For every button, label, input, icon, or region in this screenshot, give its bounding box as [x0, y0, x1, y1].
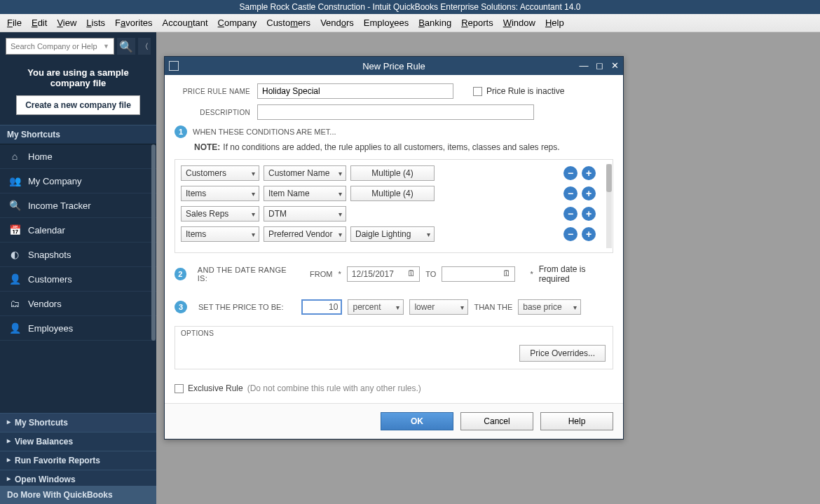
nav-calendar[interactable]: 📅Calendar	[0, 218, 156, 243]
section-run-reports[interactable]: ▸Run Favorite Reports	[0, 451, 156, 470]
help-button[interactable]: Help	[540, 412, 613, 430]
menu-vendors[interactable]: Vendors	[320, 18, 354, 28]
sample-file-notice: You are using a sample company file Crea…	[0, 60, 156, 125]
options-box: OPTIONS Price Overrides...	[175, 326, 613, 369]
add-condition-button[interactable]: +	[582, 166, 596, 180]
employees-icon: 👤	[8, 322, 21, 334]
menu-company[interactable]: Company	[218, 18, 257, 28]
create-company-button[interactable]: Create a new company file	[16, 95, 140, 115]
nav-snapshots[interactable]: ◐Snapshots	[0, 243, 156, 267]
conditions-note: NOTE:If no conditions are added, the rul…	[194, 142, 613, 152]
nav-customers[interactable]: 👤Customers	[0, 267, 156, 292]
calendar-icon[interactable]: 🗓	[406, 268, 417, 280]
remove-condition-button[interactable]: −	[563, 207, 578, 221]
chevron-left-icon: 〈	[141, 41, 149, 52]
nav-label: Snapshots	[28, 250, 71, 260]
scrollbar-thumb[interactable]	[606, 164, 612, 192]
price-overrides-button[interactable]: Price Overrides...	[519, 345, 606, 362]
price-rule-name-input[interactable]	[257, 83, 453, 99]
do-more-link[interactable]: Do More With QuickBooks	[0, 486, 156, 504]
exclusive-checkbox[interactable]	[175, 384, 184, 393]
left-panel: Search Company or Help ▼ 🔍 〈 You are usi…	[0, 32, 156, 504]
my-shortcuts-header: My Shortcuts	[0, 125, 156, 144]
cond-type-select[interactable]: Customers	[181, 165, 259, 181]
close-button[interactable]: ✕	[609, 60, 620, 71]
cond-field-select[interactable]: Customer Name	[264, 165, 346, 181]
menu-accountant[interactable]: Accountant	[163, 18, 208, 28]
cond-type-select[interactable]: Items	[181, 186, 259, 201]
section-label: Open Windows	[15, 475, 76, 484]
menu-employees[interactable]: Employees	[364, 18, 409, 28]
to-date-input[interactable]: 🗓	[442, 266, 515, 282]
dialog-button-row: OK Cancel Help	[165, 403, 623, 439]
nav-income-tracker[interactable]: 🔍Income Tracker	[0, 193, 156, 218]
cond-value-select[interactable]: Daigle Lighting	[350, 226, 435, 242]
menu-banking[interactable]: Banking	[418, 18, 451, 28]
calendar-icon[interactable]: 🗓	[501, 268, 512, 280]
search-button[interactable]: 🔍	[117, 38, 135, 55]
menu-window[interactable]: Window	[503, 18, 535, 28]
nav-my-company[interactable]: 👥My Company	[0, 169, 156, 193]
nav-label: Income Tracker	[28, 200, 91, 211]
from-date-input[interactable]: 12/15/2017 🗓	[347, 266, 421, 282]
cond-field-select[interactable]: Preferred Vendor	[264, 226, 346, 242]
search-input[interactable]: Search Company or Help ▼	[6, 38, 114, 55]
inactive-checkbox[interactable]	[473, 87, 482, 96]
add-condition-button[interactable]: +	[582, 186, 596, 200]
menu-lists[interactable]: Lists	[86, 18, 105, 28]
nav-employees[interactable]: 👤Employees	[0, 316, 156, 341]
from-date-value: 12/15/2017	[352, 269, 394, 279]
calendar-icon: 📅	[8, 224, 21, 236]
cond-value-button[interactable]: Multiple (4)	[350, 186, 435, 201]
arrow-icon: ▸	[7, 437, 11, 444]
nav-vendors[interactable]: 🗂Vendors	[0, 292, 156, 316]
cond-type-select[interactable]: Items	[181, 226, 259, 242]
cond-field-select[interactable]: Item Name	[264, 186, 346, 201]
step-3-label: SET THE PRICE TO BE:	[198, 303, 283, 311]
cond-field-select[interactable]: DTM	[264, 206, 346, 222]
menu-reports[interactable]: Reports	[461, 18, 493, 28]
cond-type-select[interactable]: Sales Reps	[181, 206, 259, 222]
home-icon: ⌂	[8, 151, 21, 162]
ok-button[interactable]: OK	[381, 412, 453, 430]
section-my-shortcuts[interactable]: ▸My Shortcuts	[0, 413, 156, 432]
remove-condition-button[interactable]: −	[563, 227, 578, 241]
menu-file[interactable]: File	[7, 18, 22, 28]
dialog-titlebar[interactable]: New Price Rule — ◻ ✕	[165, 57, 623, 75]
price-base-select[interactable]: base price	[518, 299, 581, 315]
search-icon: 🔍	[119, 40, 133, 53]
menu-favorites[interactable]: Favorites	[115, 18, 152, 28]
price-direction-select[interactable]: lower	[409, 299, 468, 315]
than-the-label: THAN THE	[474, 303, 512, 311]
minimize-button[interactable]: —	[578, 60, 589, 71]
remove-condition-button[interactable]: −	[563, 186, 578, 200]
nav-home[interactable]: ⌂Home	[0, 144, 156, 169]
step-3-badge: 3	[175, 301, 187, 313]
arrow-icon: ▸	[7, 418, 11, 425]
company-icon: 👥	[8, 175, 21, 186]
menu-help[interactable]: Help	[545, 18, 564, 28]
remove-condition-button[interactable]: −	[563, 166, 578, 180]
price-amount-input[interactable]: 10	[301, 299, 342, 315]
arrow-icon: ▸	[7, 456, 11, 463]
section-view-balances[interactable]: ▸View Balances	[0, 432, 156, 451]
menu-edit[interactable]: Edit	[32, 18, 47, 28]
step-1-label: WHEN THESE CONDITIONS ARE MET...	[193, 128, 336, 136]
nav-label: Vendors	[28, 299, 62, 309]
options-header: OPTIONS	[175, 326, 613, 340]
add-condition-button[interactable]: +	[582, 207, 596, 221]
add-condition-button[interactable]: +	[582, 227, 596, 241]
maximize-button[interactable]: ◻	[594, 60, 605, 71]
menu-customers[interactable]: Customers	[266, 18, 310, 28]
menu-view[interactable]: View	[57, 18, 76, 28]
description-input[interactable]	[257, 104, 534, 120]
collapse-panel-button[interactable]: 〈	[138, 38, 151, 55]
name-label: PRICE RULE NAME	[175, 88, 257, 95]
required-asterisk: *	[339, 270, 341, 278]
nav-label: Employees	[28, 323, 73, 334]
price-unit-select[interactable]: percent	[348, 299, 404, 315]
cond-value-button[interactable]: Multiple (4)	[350, 165, 435, 181]
conditions-scrollbar[interactable]	[606, 164, 612, 248]
cancel-button[interactable]: Cancel	[460, 412, 533, 430]
chevron-down-icon[interactable]: ▼	[103, 43, 109, 50]
